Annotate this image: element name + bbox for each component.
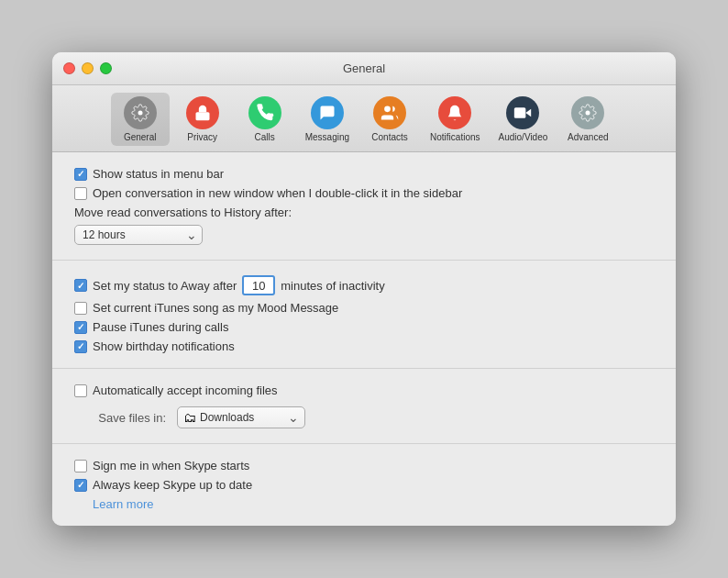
save-location-select[interactable]: 🗂 Downloads ⌄: [177, 406, 305, 428]
learn-more-link[interactable]: Learn more: [93, 497, 153, 511]
show-status-label: Show status in menu bar: [93, 167, 224, 181]
keep-updated-row: Always keep Skype up to date: [74, 478, 654, 492]
advanced-icon: [571, 96, 604, 129]
general-icon: [124, 96, 157, 129]
history-dropdown-row: 12 hours 1 hour 2 hours 6 hours 1 day 1 …: [74, 225, 654, 245]
tab-general-label: General: [124, 132, 157, 142]
history-select-wrap: 12 hours 1 hour 2 hours 6 hours 1 day 1 …: [74, 225, 203, 245]
tab-audiovideo-label: Audio/Video: [499, 132, 548, 142]
tab-messaging-label: Messaging: [305, 132, 349, 142]
save-files-label: Save files in:: [74, 411, 166, 425]
tab-notifications-label: Notifications: [430, 132, 480, 142]
calls-icon: [248, 96, 281, 129]
open-conversation-row: Open conversation in new window when I d…: [74, 186, 654, 200]
sign-in-row: Sign me in when Skype starts: [74, 459, 654, 472]
tab-advanced-label: Advanced: [568, 132, 608, 142]
svg-point-0: [138, 111, 142, 116]
tab-notifications[interactable]: Notifications: [423, 93, 487, 146]
audiovideo-icon: [506, 96, 539, 129]
sign-in-checkbox[interactable]: [74, 460, 87, 472]
away-status-checkbox[interactable]: [74, 279, 87, 292]
sign-in-label: Sign me in when Skype starts: [93, 459, 249, 472]
away-status-label-after: minutes of inactivity: [281, 279, 384, 293]
svg-rect-4: [514, 107, 526, 118]
window-title: General: [343, 61, 385, 75]
contacts-icon: [373, 96, 406, 129]
privacy-icon: [186, 96, 219, 129]
auto-accept-row: Automatically accept incoming files: [74, 383, 654, 397]
folder-icon: 🗂: [183, 410, 196, 425]
section-away: Set my status to Away after minutes of i…: [52, 261, 676, 369]
auto-accept-checkbox[interactable]: [74, 384, 87, 397]
away-status-label-before: Set my status to Away after: [93, 279, 237, 293]
notifications-icon: [438, 96, 471, 129]
window-controls: [63, 62, 112, 74]
history-select[interactable]: 12 hours 1 hour 2 hours 6 hours 1 day 1 …: [74, 225, 203, 245]
learn-more-row: Learn more: [93, 497, 654, 511]
main-window: General General Privacy Calls Messaging: [52, 52, 676, 526]
move-read-label: Move read conversations to History after…: [74, 206, 654, 219]
tab-contacts[interactable]: Contacts: [360, 93, 419, 146]
itunes-mood-row: Set current iTunes song as my Mood Messa…: [74, 301, 654, 315]
titlebar: General: [52, 52, 676, 85]
auto-accept-label: Automatically accept incoming files: [93, 383, 278, 397]
tab-privacy[interactable]: Privacy: [173, 93, 232, 146]
maximize-button[interactable]: [100, 62, 112, 74]
content-area: Show status in menu bar Open conversatio…: [52, 152, 676, 526]
pause-itunes-row: Pause iTunes during calls: [74, 320, 654, 334]
show-status-checkbox[interactable]: [74, 168, 87, 181]
tab-contacts-label: Contacts: [371, 132, 407, 142]
tab-messaging[interactable]: Messaging: [298, 93, 357, 146]
tab-calls-label: Calls: [255, 132, 275, 142]
save-location-wrap: 🗂 Downloads ⌄: [177, 406, 305, 428]
section-status: Show status in menu bar Open conversatio…: [52, 152, 676, 261]
birthday-checkbox[interactable]: [74, 340, 87, 353]
svg-point-2: [384, 106, 391, 113]
folder-select-arrow: ⌄: [288, 410, 299, 425]
birthday-row: Show birthday notifications: [74, 339, 654, 353]
save-files-row: Save files in: 🗂 Downloads ⌄: [74, 406, 654, 428]
save-location-text: Downloads: [200, 411, 284, 424]
open-conversation-checkbox[interactable]: [74, 187, 87, 200]
itunes-mood-checkbox[interactable]: [74, 302, 87, 315]
birthday-label: Show birthday notifications: [93, 339, 235, 353]
svg-point-5: [586, 111, 590, 116]
minimize-button[interactable]: [82, 62, 94, 74]
pause-itunes-label: Pause iTunes during calls: [93, 320, 228, 334]
tab-audiovideo[interactable]: Audio/Video: [491, 93, 556, 146]
tab-calls[interactable]: Calls: [236, 93, 294, 146]
tab-privacy-label: Privacy: [187, 132, 217, 142]
toolbar: General Privacy Calls Messaging Contacts: [52, 85, 676, 152]
open-conversation-label: Open conversation in new window when I d…: [93, 186, 462, 200]
away-minutes-input[interactable]: [242, 275, 275, 295]
keep-updated-checkbox[interactable]: [74, 479, 87, 492]
pause-itunes-checkbox[interactable]: [74, 321, 87, 334]
section-files: Automatically accept incoming files Save…: [52, 369, 676, 444]
section-startup: Sign me in when Skype starts Always keep…: [52, 444, 676, 526]
messaging-icon: [311, 96, 344, 129]
show-status-row: Show status in menu bar: [74, 167, 654, 181]
tab-general[interactable]: General: [111, 93, 170, 146]
keep-updated-label: Always keep Skype up to date: [93, 478, 252, 492]
tab-advanced[interactable]: Advanced: [558, 93, 617, 146]
away-status-row: Set my status to Away after minutes of i…: [74, 275, 654, 295]
svg-rect-1: [195, 112, 209, 120]
close-button[interactable]: [63, 62, 75, 74]
svg-marker-3: [526, 109, 532, 117]
itunes-mood-label: Set current iTunes song as my Mood Messa…: [93, 301, 338, 315]
